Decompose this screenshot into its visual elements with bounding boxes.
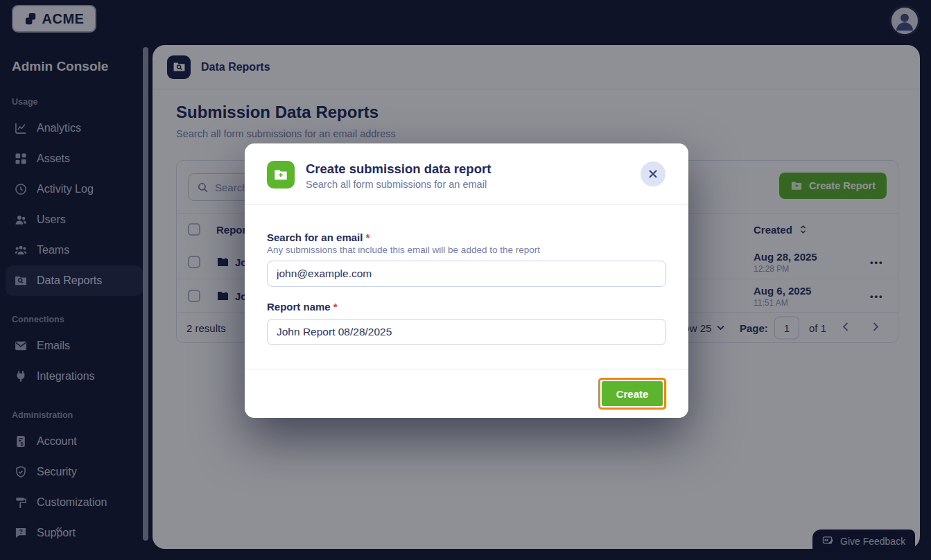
create-button[interactable]: Create xyxy=(602,381,663,406)
required-asterisk: * xyxy=(333,301,338,313)
modal-folder-plus-icon xyxy=(267,161,295,189)
modal-subtitle: Search all form submissions for an email xyxy=(306,179,487,190)
create-report-modal: Create submission data report Search all… xyxy=(245,143,688,418)
report-name-field[interactable] xyxy=(267,319,666,345)
email-label-text: Search for an email xyxy=(267,231,363,243)
folder-plus-icon xyxy=(273,167,288,182)
email-field[interactable] xyxy=(267,261,666,287)
create-button-highlight: Create xyxy=(598,378,666,410)
close-icon xyxy=(648,169,658,179)
modal-header: Create submission data report Search all… xyxy=(245,143,688,205)
email-field-helper: Any submissions that include this email … xyxy=(267,245,540,255)
modal-footer-divider xyxy=(245,369,688,369)
report-name-field-label: Report name * xyxy=(267,301,338,313)
email-field-label: Search for an email * xyxy=(267,231,369,243)
required-asterisk: * xyxy=(366,231,370,243)
report-name-label-text: Report name xyxy=(267,301,331,313)
close-button[interactable] xyxy=(641,161,665,186)
modal-title: Create submission data report xyxy=(306,161,491,177)
app-root: ACME Admin Console Usage Analytics Asset… xyxy=(0,0,931,560)
